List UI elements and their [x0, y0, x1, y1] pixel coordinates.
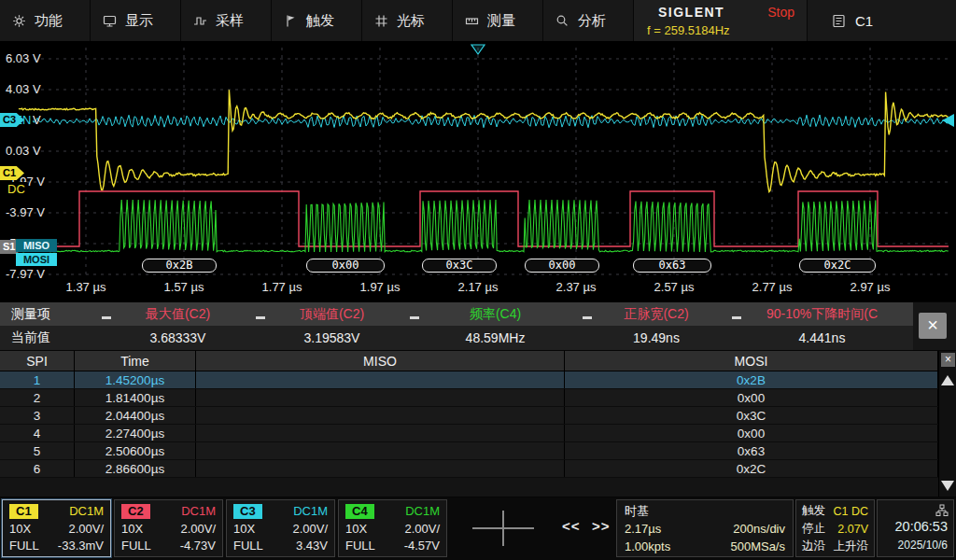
measurement-items-header: 测量项 [0, 306, 101, 323]
channel-coupling: DC1M [181, 504, 216, 518]
measurement-name[interactable]: 频率(C4) [409, 306, 582, 323]
menu-item-cursors[interactable]: 光标 [362, 0, 453, 41]
menu-label: 触发 [306, 12, 334, 30]
cell-mosi: 0x3C [565, 407, 938, 424]
trigger-flag-icon [284, 14, 298, 28]
scroll-down-arrow[interactable] [941, 481, 954, 491]
menu-item-trigger[interactable]: 触发 [272, 0, 362, 41]
trigger-label: 触发 [802, 503, 829, 519]
menu-item-acquire[interactable]: 采样 [181, 0, 272, 41]
cell-miso [196, 442, 565, 459]
table-row[interactable]: 3 2.04400µs 0x3C [0, 407, 956, 425]
channel-probe: 10X [345, 522, 367, 536]
table-row[interactable]: 1 1.45200µs 0x2B [0, 371, 956, 389]
menu-item-display[interactable]: 显示 [91, 0, 181, 41]
table-row[interactable]: 6 2.86600µs 0x2C [0, 460, 956, 478]
table-close-button[interactable]: × [941, 353, 955, 367]
menu-label: 光标 [397, 12, 425, 30]
table-row[interactable]: 5 2.50600µs 0x63 [0, 442, 956, 460]
channel-probe: 10X [121, 522, 143, 536]
measurement-name[interactable]: 90-10%下降时间(C [731, 306, 913, 323]
menu-bar: 功能 显示 采样 触发 光标 测量 分析 SIGLENT Stop [0, 0, 956, 42]
measurement-close-button[interactable]: × [919, 313, 947, 339]
cell-mosi: 0x63 [565, 442, 938, 459]
table-row[interactable]: 2 1.81400µs 0x00 [0, 389, 956, 407]
x-axis-label: 2.37 µs [546, 280, 606, 294]
cursor-icon [374, 14, 388, 28]
channel-badge: C4 [345, 504, 374, 519]
channel-box-c4[interactable]: C4DC1M 10X2.00V/ FULL-4.57V [338, 499, 447, 557]
cell-mosi: 0x2C [565, 460, 938, 477]
measurement-name[interactable]: 正脉宽(C2) [582, 306, 731, 323]
trigger-slope: 上升沿 [833, 539, 868, 554]
oscilloscope-screen: 功能 显示 采样 触发 光标 测量 分析 SIGLENT Stop [0, 0, 956, 560]
measurement-name[interactable]: 最大值(C2) [101, 306, 255, 323]
column-header-mosi: MOSI [565, 351, 938, 371]
measurement-value: 19.49ns [582, 330, 731, 345]
brand-box: SIGLENT Stop f = 259.5184Hz [634, 0, 808, 41]
trigger-box[interactable]: 触发C1 DC 停止2.07V 边沿上升沿 [795, 499, 875, 557]
run-state-indicator[interactable]: Stop [767, 5, 794, 20]
timebase-scale: 2.17µs [625, 522, 724, 536]
channel-coupling: DC1M [293, 504, 328, 518]
y-axis-label: -3.97 V [6, 205, 45, 219]
channel-scale: 2.00V/ [180, 522, 216, 536]
active-channel-selector[interactable]: C1 [808, 0, 956, 41]
channel-box-c2[interactable]: C2DC1M 10X2.00V/ FULL-4.73V [114, 499, 223, 557]
gear-icon [12, 14, 26, 28]
measurement-header-row: 测量项 最大值(C2) 顶端值(C2) 频率(C4) 正脉宽(C2) 90-10… [0, 302, 913, 326]
page-next-button[interactable]: >> [592, 518, 611, 534]
timebase-points: 1.00kpts [625, 539, 724, 553]
bus-decode-value: 0x00 [306, 259, 385, 273]
channel-box-c3[interactable]: C3DC1M 10X2.00V/ FULL3.43V [226, 499, 335, 557]
x-axis-label: 1.77 µs [252, 280, 312, 294]
cell-mosi: 0x2B [565, 371, 938, 388]
clock-date: 2025/10/6 [898, 539, 948, 552]
page-prev-button[interactable]: << [562, 518, 581, 534]
channel-badge: C1 [9, 504, 38, 519]
scroll-up-arrow[interactable] [941, 375, 954, 385]
trigger-position-marker[interactable] [471, 45, 485, 54]
crosshair-icon [472, 511, 534, 546]
table-scrollbar[interactable]: × [938, 351, 956, 497]
x-axis-label: 1.37 µs [56, 280, 116, 294]
y-axis-label: 4.03 V [6, 82, 41, 96]
trigger-level: 2.07V [833, 523, 868, 536]
y-axis-label: 6.03 V [6, 51, 41, 65]
channel-bandwidth: FULL [121, 539, 151, 553]
channel-bandwidth: FULL [233, 539, 263, 553]
display-icon [103, 14, 117, 28]
cell-index: 2 [0, 389, 75, 406]
ruler-icon [465, 14, 479, 28]
c4-waveform [19, 200, 949, 252]
menu-label: 测量 [487, 12, 515, 30]
bus-decode-value: 0x3C [422, 259, 497, 273]
measurement-name[interactable]: 顶端值(C2) [255, 306, 409, 323]
active-channel-label: C1 [855, 13, 873, 29]
channel-coupling: DC1M [69, 504, 104, 518]
table-row[interactable]: 4 2.27400µs 0x00 [0, 425, 956, 442]
x-axis-label: 1.97 µs [350, 280, 410, 294]
waveform-display-area[interactable]: 6.03 V4.03 V2.03 V0.03 V-1.97 V-3.97 V-5… [0, 42, 956, 301]
channel-box-c1[interactable]: C1DC1M 10X2.00V/ FULL-33.3mV [2, 499, 111, 557]
cell-mosi: 0x00 [565, 389, 938, 406]
timebase-box[interactable]: 时基 2.17µs200ns/div 1.00kpts500MSa/s [616, 499, 794, 557]
x-axis-label: 2.17 µs [448, 280, 508, 294]
menu-item-measure[interactable]: 测量 [453, 0, 543, 41]
cell-time: 1.81400µs [75, 389, 196, 406]
menu-item-analysis[interactable]: 分析 [543, 0, 634, 41]
measurement-value: 4.441ns [731, 330, 913, 345]
column-header-time: Time [75, 351, 196, 371]
cell-time: 2.86600µs [75, 460, 196, 477]
channel-probe: 10X [233, 522, 255, 536]
timebase-sample-rate: 500MSa/s [730, 539, 785, 553]
menu-item-function[interactable]: 功能 [0, 0, 91, 41]
measurement-value: 48.59MHz [409, 330, 582, 345]
cell-index: 1 [0, 371, 75, 388]
trigger-frequency-readout: f = 259.5184Hz [647, 23, 730, 37]
c1-signal-label: DC [4, 182, 27, 197]
cell-mosi: 0x00 [565, 425, 938, 441]
cell-index: 4 [0, 425, 75, 441]
cell-miso [196, 460, 565, 477]
channel-offset: -4.73V [180, 539, 216, 553]
